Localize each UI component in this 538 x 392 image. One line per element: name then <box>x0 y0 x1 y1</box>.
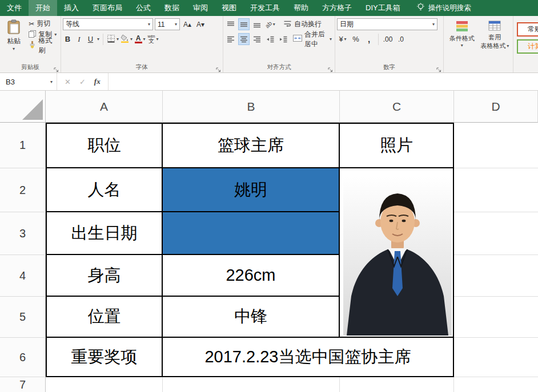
cell-b7[interactable] <box>163 377 340 392</box>
phonetic-guide-button[interactable]: wén 文 ▾ <box>147 33 159 45</box>
tab-developer[interactable]: 开发工具 <box>243 0 287 16</box>
chevron-down-icon[interactable]: ▾ <box>97 37 99 42</box>
merge-center-label: 合并后居中 <box>304 30 327 49</box>
row-header-4[interactable]: 4 <box>0 255 46 297</box>
cell-b2[interactable]: 姚明 <box>163 168 340 212</box>
paste-button[interactable]: 粘贴 ▾ <box>2 18 26 51</box>
align-left-button[interactable] <box>225 33 236 45</box>
increase-indent-button[interactable] <box>278 33 289 45</box>
font-color-button[interactable]: A ▾ <box>134 33 146 45</box>
cell-a5[interactable]: 位置 <box>46 297 163 338</box>
row-header-1[interactable]: 1 <box>0 123 46 168</box>
cell-b6-merged[interactable]: 2017.2.23当选中国篮协主席 <box>163 338 454 377</box>
row-header-3[interactable]: 3 <box>0 212 46 255</box>
accounting-format-button[interactable]: ¥ ▾ <box>337 33 348 45</box>
insert-function-icon[interactable]: fx <box>94 77 101 86</box>
cell-d4[interactable] <box>454 255 538 297</box>
cell-b3[interactable] <box>163 212 340 255</box>
tab-diy-toolbox[interactable]: DIY工具箱 <box>359 0 407 16</box>
cell-a6[interactable]: 重要奖项 <box>46 338 163 377</box>
cell-style-calculation[interactable]: 计算 <box>517 39 538 54</box>
orientation-button[interactable]: ab ▾ <box>264 18 276 30</box>
col-header-d[interactable]: D <box>454 91 538 123</box>
cell-a3[interactable]: 出生日期 <box>46 212 163 255</box>
number-format-select[interactable]: 日期 ▾ <box>337 18 437 30</box>
decrease-font-button[interactable]: A▾ <box>195 18 206 30</box>
tab-ffcell[interactable]: 方方格子 <box>315 0 359 16</box>
row-header-7[interactable]: 7 <box>0 377 46 392</box>
font-name-select[interactable]: 等线 ▾ <box>63 18 153 30</box>
tab-review[interactable]: 审阅 <box>186 0 215 16</box>
chevron-down-icon: ▾ <box>461 43 463 48</box>
tab-home[interactable]: 开始 <box>29 0 57 16</box>
col-header-a[interactable]: A <box>46 91 163 123</box>
format-painter-button[interactable]: 格式刷 <box>27 40 59 51</box>
align-bottom-button[interactable] <box>251 18 263 30</box>
merge-center-button[interactable]: 合并后居中 ▾ <box>292 34 333 45</box>
tab-view[interactable]: 视图 <box>215 0 243 16</box>
cell-d2[interactable] <box>454 168 538 212</box>
underline-button[interactable]: U <box>86 35 95 43</box>
comma-style-button[interactable]: , <box>363 33 375 45</box>
name-box[interactable]: B3 ▾ <box>0 73 57 90</box>
formula-input[interactable] <box>109 73 538 90</box>
col-header-c[interactable]: C <box>340 91 454 123</box>
cell-a1[interactable]: 职位 <box>46 123 163 168</box>
tab-data[interactable]: 数据 <box>158 0 186 16</box>
align-right-button[interactable] <box>251 33 263 45</box>
enter-icon[interactable]: ✓ <box>79 78 86 86</box>
tab-page-layout[interactable]: 页面布局 <box>86 0 129 16</box>
row-header-2[interactable]: 2 <box>0 168 46 212</box>
select-all-button[interactable] <box>0 91 46 123</box>
cell-d7[interactable] <box>454 377 538 392</box>
cell-b4[interactable]: 226cm <box>163 255 340 297</box>
format-as-table-button[interactable]: 套用 表格格式 ▾ <box>479 18 512 50</box>
percent-style-button[interactable]: % <box>350 33 362 45</box>
italic-button[interactable]: I <box>74 35 84 44</box>
increase-decimal-button[interactable]: .00 <box>382 33 394 45</box>
align-middle-button[interactable] <box>238 18 250 30</box>
cell-d3[interactable] <box>454 212 538 255</box>
cell-a2[interactable]: 人名 <box>46 168 163 212</box>
merge-center-icon <box>293 35 302 43</box>
cell-c1[interactable]: 照片 <box>340 123 454 168</box>
tab-formulas[interactable]: 公式 <box>129 0 158 16</box>
cell-d5[interactable] <box>454 297 538 338</box>
yao-ming-photo[interactable] <box>343 176 452 336</box>
tab-help[interactable]: 帮助 <box>287 0 315 16</box>
cell-style-normal[interactable]: 常规 <box>517 22 538 37</box>
align-center-button[interactable] <box>238 33 250 45</box>
dialog-launcher-icon[interactable] <box>54 65 59 71</box>
tab-file[interactable]: 文件 <box>0 0 29 16</box>
bold-button[interactable]: B <box>63 35 73 43</box>
decrease-indent-button[interactable] <box>264 33 276 45</box>
dialog-launcher-icon[interactable] <box>216 65 222 71</box>
col-header-b[interactable]: B <box>163 91 340 123</box>
wrap-text-button[interactable]: 自动换行 <box>282 19 323 30</box>
dialog-launcher-icon[interactable] <box>328 65 334 71</box>
cell-b5[interactable]: 中锋 <box>163 297 340 338</box>
ribbon: 粘贴 ▾ ✂ 剪切 复制 ▾ 格式刷 <box>0 16 538 73</box>
chevron-down-icon[interactable]: ▾ <box>50 80 53 84</box>
decrease-decimal-button[interactable]: .0 <box>395 33 407 45</box>
borders-button[interactable]: ▾ <box>107 33 119 45</box>
conditional-formatting-button[interactable]: 条件格式 ▾ <box>445 18 479 50</box>
cell-d1[interactable] <box>454 123 538 168</box>
cell-a7[interactable] <box>46 377 163 392</box>
fill-color-button[interactable]: ▾ <box>121 33 133 45</box>
row-header-5[interactable]: 5 <box>0 297 46 338</box>
tell-me-search[interactable]: 操作说明搜索 <box>416 0 471 16</box>
cancel-icon[interactable]: ✕ <box>65 78 71 86</box>
font-size-select[interactable]: 11 ▾ <box>155 18 180 30</box>
align-top-button[interactable] <box>225 18 236 30</box>
cell-b1[interactable]: 篮球主席 <box>163 123 340 168</box>
increase-font-button[interactable]: A▴ <box>182 18 193 30</box>
tab-insert[interactable]: 插入 <box>57 0 86 16</box>
cell-d6[interactable] <box>454 338 538 377</box>
cell-a4[interactable]: 身高 <box>46 255 163 297</box>
cut-button[interactable]: ✂ 剪切 <box>27 18 59 29</box>
dialog-launcher-icon[interactable] <box>436 65 442 71</box>
separator <box>103 34 103 45</box>
row-header-6[interactable]: 6 <box>0 338 46 377</box>
cell-c7[interactable] <box>340 377 454 392</box>
